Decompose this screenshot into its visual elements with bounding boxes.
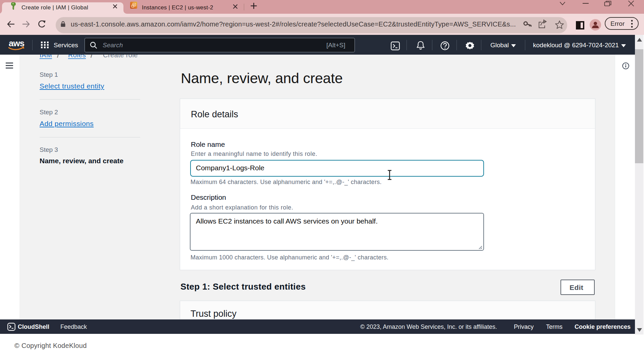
- svg-text:aws: aws: [9, 38, 24, 48]
